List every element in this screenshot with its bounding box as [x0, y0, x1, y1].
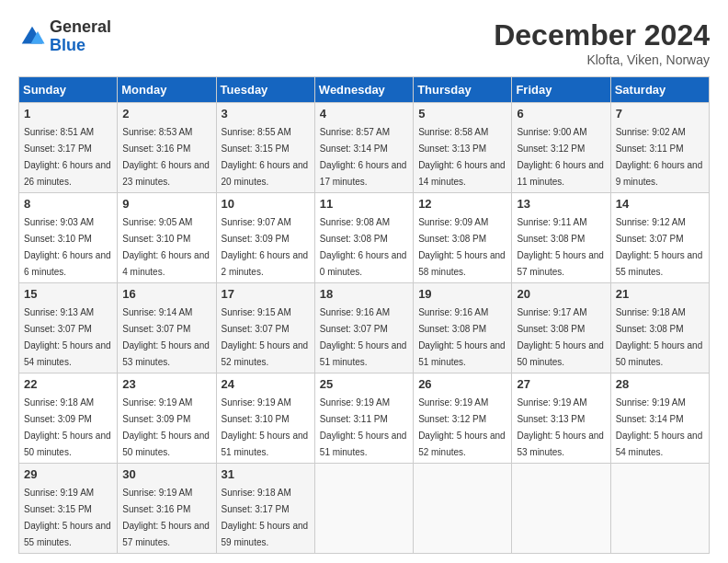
day-number: 10: [222, 197, 310, 211]
week-row-5: 29 Sunrise: 9:19 AMSunset: 3:15 PMDaylig…: [19, 464, 710, 554]
logo-icon: [18, 23, 46, 51]
calendar-cell: 8 Sunrise: 9:03 AMSunset: 3:10 PMDayligh…: [19, 193, 118, 283]
day-number: 17: [222, 287, 310, 301]
calendar-cell: 6 Sunrise: 9:00 AMSunset: 3:12 PMDayligh…: [512, 103, 610, 193]
day-info: Sunrise: 9:12 AMSunset: 3:07 PMDaylight:…: [616, 217, 703, 277]
day-number: 22: [24, 377, 112, 391]
day-info: Sunrise: 9:19 AMSunset: 3:09 PMDaylight:…: [122, 397, 210, 457]
weekday-header-sunday: Sunday: [19, 77, 118, 103]
calendar-cell: 28 Sunrise: 9:19 AMSunset: 3:14 PMDaylig…: [610, 373, 709, 464]
calendar-cell: 31 Sunrise: 9:18 AMSunset: 3:17 PMDaylig…: [216, 464, 314, 554]
weekday-header-row: SundayMondayTuesdayWednesdayThursdayFrid…: [19, 77, 710, 103]
day-number: 14: [616, 197, 704, 211]
calendar-cell: 22 Sunrise: 9:18 AMSunset: 3:09 PMDaylig…: [19, 373, 118, 464]
day-info: Sunrise: 9:02 AMSunset: 3:11 PMDaylight:…: [616, 127, 703, 187]
calendar: SundayMondayTuesdayWednesdayThursdayFrid…: [18, 76, 710, 554]
calendar-cell: 23 Sunrise: 9:19 AMSunset: 3:09 PMDaylig…: [118, 373, 216, 464]
day-number: 5: [418, 107, 506, 121]
day-number: 3: [222, 107, 310, 121]
day-info: Sunrise: 9:19 AMSunset: 3:10 PMDaylight:…: [222, 397, 309, 457]
title-section: December 2024 Klofta, Viken, Norway: [494, 18, 710, 67]
logo-blue: Blue: [50, 37, 111, 55]
day-number: 2: [122, 107, 210, 121]
weekday-header-thursday: Thursday: [414, 77, 512, 103]
logo-general: General: [50, 18, 111, 37]
day-number: 28: [616, 377, 704, 391]
day-number: 30: [122, 467, 210, 481]
day-number: 1: [24, 107, 112, 121]
day-info: Sunrise: 9:17 AMSunset: 3:08 PMDaylight:…: [517, 307, 604, 367]
week-row-3: 15 Sunrise: 9:13 AMSunset: 3:07 PMDaylig…: [19, 283, 710, 373]
week-row-4: 22 Sunrise: 9:18 AMSunset: 3:09 PMDaylig…: [19, 373, 710, 464]
calendar-cell: [512, 464, 610, 554]
day-number: 26: [418, 377, 506, 391]
logo-text: General Blue: [50, 18, 111, 55]
calendar-cell: 1 Sunrise: 8:51 AMSunset: 3:17 PMDayligh…: [19, 103, 118, 193]
calendar-cell: 26 Sunrise: 9:19 AMSunset: 3:12 PMDaylig…: [414, 373, 512, 464]
calendar-cell: 4 Sunrise: 8:57 AMSunset: 3:14 PMDayligh…: [314, 103, 413, 193]
calendar-cell: 15 Sunrise: 9:13 AMSunset: 3:07 PMDaylig…: [19, 283, 118, 373]
day-info: Sunrise: 9:19 AMSunset: 3:14 PMDaylight:…: [616, 397, 703, 457]
calendar-cell: [414, 464, 512, 554]
calendar-cell: 20 Sunrise: 9:17 AMSunset: 3:08 PMDaylig…: [512, 283, 610, 373]
day-number: 4: [320, 107, 408, 121]
calendar-cell: 14 Sunrise: 9:12 AMSunset: 3:07 PMDaylig…: [610, 193, 709, 283]
day-info: Sunrise: 9:16 AMSunset: 3:07 PMDaylight:…: [320, 307, 407, 367]
day-number: 16: [122, 287, 210, 301]
calendar-cell: 10 Sunrise: 9:07 AMSunset: 3:09 PMDaylig…: [216, 193, 314, 283]
month-title: December 2024: [494, 18, 710, 52]
day-number: 19: [418, 287, 506, 301]
day-number: 23: [122, 377, 210, 391]
calendar-cell: 11 Sunrise: 9:08 AMSunset: 3:08 PMDaylig…: [314, 193, 413, 283]
calendar-cell: [314, 464, 413, 554]
day-info: Sunrise: 8:53 AMSunset: 3:16 PMDaylight:…: [122, 127, 210, 187]
calendar-cell: 12 Sunrise: 9:09 AMSunset: 3:08 PMDaylig…: [414, 193, 512, 283]
calendar-cell: 30 Sunrise: 9:19 AMSunset: 3:16 PMDaylig…: [118, 464, 216, 554]
day-number: 15: [24, 287, 112, 301]
day-info: Sunrise: 9:18 AMSunset: 3:17 PMDaylight:…: [222, 488, 309, 547]
day-info: Sunrise: 9:09 AMSunset: 3:08 PMDaylight:…: [418, 217, 506, 277]
day-info: Sunrise: 9:19 AMSunset: 3:11 PMDaylight:…: [320, 397, 407, 457]
day-info: Sunrise: 9:19 AMSunset: 3:15 PMDaylight:…: [24, 488, 111, 547]
location: Klofta, Viken, Norway: [494, 52, 710, 67]
day-info: Sunrise: 9:19 AMSunset: 3:12 PMDaylight:…: [418, 397, 506, 457]
day-number: 27: [517, 377, 605, 391]
calendar-cell: 7 Sunrise: 9:02 AMSunset: 3:11 PMDayligh…: [610, 103, 709, 193]
calendar-cell: [610, 464, 709, 554]
day-number: 21: [616, 287, 704, 301]
day-number: 12: [418, 197, 506, 211]
day-info: Sunrise: 8:51 AMSunset: 3:17 PMDaylight:…: [24, 127, 111, 187]
day-info: Sunrise: 9:11 AMSunset: 3:08 PMDaylight:…: [517, 217, 604, 277]
weekday-header-monday: Monday: [118, 77, 216, 103]
calendar-cell: 17 Sunrise: 9:15 AMSunset: 3:07 PMDaylig…: [216, 283, 314, 373]
calendar-cell: 29 Sunrise: 9:19 AMSunset: 3:15 PMDaylig…: [19, 464, 118, 554]
calendar-cell: 9 Sunrise: 9:05 AMSunset: 3:10 PMDayligh…: [118, 193, 216, 283]
day-number: 25: [320, 377, 408, 391]
day-number: 20: [517, 287, 605, 301]
weekday-header-friday: Friday: [512, 77, 610, 103]
day-info: Sunrise: 9:19 AMSunset: 3:16 PMDaylight:…: [122, 488, 210, 547]
calendar-cell: 21 Sunrise: 9:18 AMSunset: 3:08 PMDaylig…: [610, 283, 709, 373]
weekday-header-wednesday: Wednesday: [314, 77, 413, 103]
day-info: Sunrise: 8:57 AMSunset: 3:14 PMDaylight:…: [320, 127, 407, 187]
day-info: Sunrise: 9:18 AMSunset: 3:08 PMDaylight:…: [616, 307, 703, 367]
logo: General Blue: [18, 18, 111, 55]
calendar-cell: 27 Sunrise: 9:19 AMSunset: 3:13 PMDaylig…: [512, 373, 610, 464]
calendar-cell: 3 Sunrise: 8:55 AMSunset: 3:15 PMDayligh…: [216, 103, 314, 193]
calendar-cell: 5 Sunrise: 8:58 AMSunset: 3:13 PMDayligh…: [414, 103, 512, 193]
day-info: Sunrise: 8:55 AMSunset: 3:15 PMDaylight:…: [222, 127, 309, 187]
day-number: 24: [222, 377, 310, 391]
day-info: Sunrise: 8:58 AMSunset: 3:13 PMDaylight:…: [418, 127, 506, 187]
day-info: Sunrise: 9:08 AMSunset: 3:08 PMDaylight:…: [320, 217, 407, 277]
day-number: 31: [222, 467, 310, 481]
calendar-cell: 18 Sunrise: 9:16 AMSunset: 3:07 PMDaylig…: [314, 283, 413, 373]
calendar-cell: 24 Sunrise: 9:19 AMSunset: 3:10 PMDaylig…: [216, 373, 314, 464]
day-number: 8: [24, 197, 112, 211]
day-info: Sunrise: 9:18 AMSunset: 3:09 PMDaylight:…: [24, 397, 111, 457]
day-number: 18: [320, 287, 408, 301]
weekday-header-saturday: Saturday: [610, 77, 709, 103]
day-number: 6: [517, 107, 605, 121]
day-number: 7: [616, 107, 704, 121]
day-info: Sunrise: 9:00 AMSunset: 3:12 PMDaylight:…: [517, 127, 604, 187]
calendar-cell: 16 Sunrise: 9:14 AMSunset: 3:07 PMDaylig…: [118, 283, 216, 373]
